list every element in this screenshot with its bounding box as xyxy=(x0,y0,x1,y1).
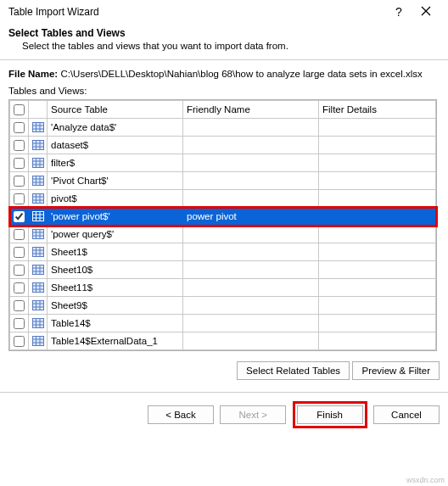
row-checkbox-cell[interactable] xyxy=(10,190,29,208)
row-filter[interactable] xyxy=(319,154,436,172)
row-filter[interactable] xyxy=(319,226,436,243)
row-friendly[interactable] xyxy=(183,119,319,137)
table-icon xyxy=(32,282,44,293)
row-checkbox[interactable] xyxy=(14,158,25,169)
table-icon xyxy=(32,247,44,257)
close-button[interactable] xyxy=(412,5,440,19)
tables-grid[interactable]: Source Table Friendly Name Filter Detail… xyxy=(8,99,437,351)
row-checkbox[interactable] xyxy=(14,229,25,240)
table-row[interactable]: 'power query$' xyxy=(10,226,436,243)
table-row[interactable]: 'power pivot$'power pivot xyxy=(10,208,436,226)
row-friendly[interactable] xyxy=(183,315,319,332)
row-filter[interactable] xyxy=(319,297,436,315)
row-friendly[interactable] xyxy=(183,154,319,172)
svg-rect-22 xyxy=(32,194,43,204)
row-checkbox[interactable] xyxy=(14,318,25,329)
row-checkbox-cell[interactable] xyxy=(10,154,29,172)
help-button[interactable]: ? xyxy=(385,5,412,19)
row-checkbox-cell[interactable] xyxy=(10,332,29,350)
row-checkbox-cell[interactable] xyxy=(10,279,29,297)
table-row[interactable]: Sheet10$ xyxy=(10,261,436,279)
header-source[interactable]: Source Table xyxy=(48,101,183,119)
row-checkbox[interactable] xyxy=(14,176,25,187)
row-checkbox[interactable] xyxy=(14,282,25,293)
grid-header-row: Source Table Friendly Name Filter Detail… xyxy=(10,101,436,119)
table-row[interactable]: Sheet9$ xyxy=(10,297,436,315)
row-checkbox[interactable] xyxy=(14,300,25,311)
svg-rect-7 xyxy=(32,141,43,150)
row-checkbox[interactable] xyxy=(14,247,25,258)
row-friendly[interactable] xyxy=(183,261,319,279)
row-checkbox[interactable] xyxy=(14,265,25,276)
row-checkbox[interactable] xyxy=(14,336,25,347)
row-checkbox-cell[interactable] xyxy=(10,172,29,190)
row-checkbox-cell[interactable] xyxy=(10,137,29,154)
header-filter[interactable]: Filter Details xyxy=(319,101,436,119)
row-friendly[interactable] xyxy=(183,279,319,297)
row-checkbox-cell[interactable] xyxy=(10,119,29,137)
select-related-button[interactable]: Select Related Tables xyxy=(237,361,350,380)
row-filter[interactable] xyxy=(319,172,436,190)
table-row[interactable]: filter$ xyxy=(10,154,436,172)
row-checkbox-cell[interactable] xyxy=(10,226,29,243)
row-filter[interactable] xyxy=(319,279,436,297)
table-row[interactable]: 'Analyze data$' xyxy=(10,119,436,137)
row-friendly[interactable] xyxy=(183,172,319,190)
row-friendly[interactable] xyxy=(183,190,319,208)
row-checkbox[interactable] xyxy=(14,211,25,222)
row-source[interactable]: Table14$ExternalData_1 xyxy=(48,332,183,350)
row-source[interactable]: 'power query$' xyxy=(48,226,183,243)
select-all-checkbox[interactable] xyxy=(14,104,25,115)
row-source[interactable]: pivot$ xyxy=(48,190,183,208)
row-source[interactable]: dataset$ xyxy=(48,137,183,154)
row-source[interactable]: Sheet10$ xyxy=(48,261,183,279)
row-checkbox-cell[interactable] xyxy=(10,315,29,332)
back-button[interactable]: < Back xyxy=(148,405,214,424)
row-checkbox-cell[interactable] xyxy=(10,297,29,315)
table-row[interactable]: 'Pivot Chart$' xyxy=(10,172,436,190)
svg-rect-32 xyxy=(32,230,43,239)
row-source[interactable]: Sheet1$ xyxy=(48,243,183,261)
row-checkbox-cell[interactable] xyxy=(10,243,29,261)
row-checkbox[interactable] xyxy=(14,140,25,151)
row-source[interactable]: 'Analyze data$' xyxy=(48,119,183,137)
row-filter[interactable] xyxy=(319,332,436,350)
row-filter[interactable] xyxy=(319,119,436,137)
table-row[interactable]: Table14$ExternalData_1 xyxy=(10,332,436,350)
row-friendly[interactable] xyxy=(183,332,319,350)
header-checkbox-cell[interactable] xyxy=(10,101,29,119)
row-source[interactable]: Sheet9$ xyxy=(48,297,183,315)
header-friendly[interactable]: Friendly Name xyxy=(183,101,319,119)
page-subheading: Select the tables and views that you wan… xyxy=(8,39,440,51)
row-filter[interactable] xyxy=(319,190,436,208)
row-source[interactable]: 'power pivot$' xyxy=(48,208,183,226)
table-row[interactable]: pivot$ xyxy=(10,190,436,208)
page-heading: Select Tables and Views xyxy=(8,27,440,39)
row-friendly[interactable] xyxy=(183,226,319,243)
row-filter[interactable] xyxy=(319,208,436,226)
row-filter[interactable] xyxy=(319,261,436,279)
row-filter[interactable] xyxy=(319,137,436,154)
row-friendly[interactable] xyxy=(183,297,319,315)
row-friendly[interactable]: power pivot xyxy=(183,208,319,226)
row-source[interactable]: Sheet11$ xyxy=(48,279,183,297)
table-icon xyxy=(32,229,44,239)
table-row[interactable]: Sheet11$ xyxy=(10,279,436,297)
row-source[interactable]: filter$ xyxy=(48,154,183,172)
table-row[interactable]: Sheet1$ xyxy=(10,243,436,261)
preview-filter-button[interactable]: Preview & Filter xyxy=(352,361,440,380)
row-filter[interactable] xyxy=(319,243,436,261)
table-row[interactable]: dataset$ xyxy=(10,137,436,154)
row-source[interactable]: Table14$ xyxy=(48,315,183,332)
row-checkbox-cell[interactable] xyxy=(10,208,29,226)
finish-button[interactable]: Finish xyxy=(297,405,363,424)
row-friendly[interactable] xyxy=(183,243,319,261)
row-friendly[interactable] xyxy=(183,137,319,154)
row-checkbox[interactable] xyxy=(14,122,25,133)
row-checkbox[interactable] xyxy=(14,193,25,204)
row-source[interactable]: 'Pivot Chart$' xyxy=(48,172,183,190)
table-row[interactable]: Table14$ xyxy=(10,315,436,332)
row-filter[interactable] xyxy=(319,315,436,332)
row-checkbox-cell[interactable] xyxy=(10,261,29,279)
cancel-button[interactable]: Cancel xyxy=(373,405,440,424)
